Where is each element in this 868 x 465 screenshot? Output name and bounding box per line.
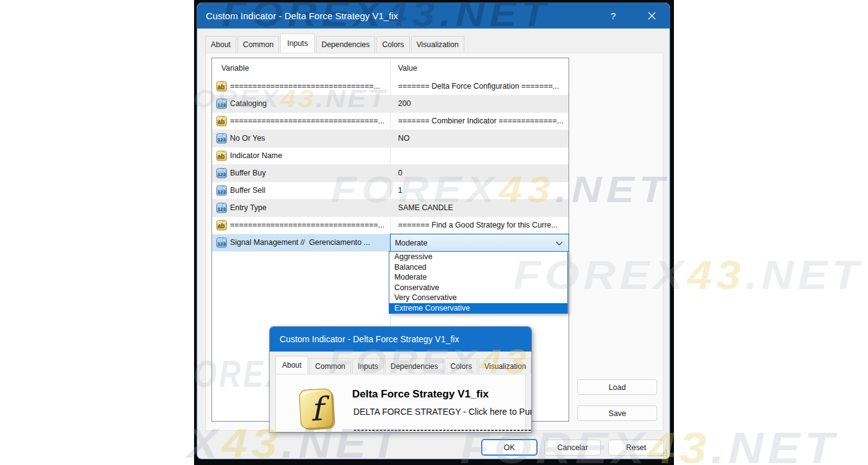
reset-button[interactable]: Reset [608, 440, 664, 456]
variable-value[interactable]: 0 [398, 165, 567, 182]
signal-management-combobox[interactable]: Moderate [390, 234, 569, 252]
table-row[interactable]: Cataloging200 [212, 95, 569, 113]
help-icon: ? [611, 11, 616, 21]
string-type-icon [216, 116, 227, 126]
help-button[interactable]: ? [600, 3, 626, 29]
chevron-down-icon [556, 241, 563, 246]
about-divider: ----------------------------------------… [353, 424, 531, 432]
variable-value[interactable]: NO [398, 130, 567, 147]
combobox-value: Moderate [391, 239, 427, 247]
table-row[interactable]: Buffer Sell1 [212, 182, 569, 200]
dropdown-option[interactable]: Extreme Conservative [389, 303, 567, 314]
ok-button[interactable]: OK [481, 439, 538, 456]
dropdown-option[interactable]: Moderate [389, 272, 567, 283]
dropdown-option[interactable]: Aggressive [389, 252, 567, 262]
variable-name: =================================... [230, 113, 388, 130]
resize-grip-icon[interactable] [660, 449, 668, 457]
about-tab-dependencies[interactable]: Dependencies [385, 358, 444, 374]
close-icon [648, 12, 656, 20]
variable-name: Entry Type [230, 200, 388, 216]
indicator-f-icon: f [298, 386, 337, 432]
variable-value[interactable]: ======= Find a Good Strategy for this Cu… [398, 217, 567, 234]
tab-strip: AboutCommonInputsDependenciesColorsVisua… [205, 33, 466, 53]
dropdown-option[interactable]: Balanced [389, 262, 567, 273]
variable-value[interactable]: 1 [398, 182, 567, 199]
close-button[interactable] [639, 3, 665, 29]
about-tab-colors[interactable]: Colors [445, 358, 477, 374]
variable-name: Buffer Sell [230, 182, 388, 199]
tab-about[interactable]: About [205, 36, 236, 53]
table-row[interactable]: =================================...====… [212, 217, 569, 234]
cancel-button[interactable]: Cancelar [544, 440, 601, 456]
number-type-icon [216, 168, 227, 179]
variable-name: Indicator Name [230, 148, 388, 164]
number-type-icon [216, 99, 227, 109]
title-bar[interactable]: FOREX43.NET Custom Indicator - Delta For… [197, 3, 670, 29]
variable-value[interactable]: ======= Combiner Indicator =============… [398, 113, 567, 130]
number-type-icon [216, 133, 227, 144]
about-dialog: Custom Indicator - Delta Force Strategy … [270, 327, 531, 432]
string-type-icon [216, 81, 227, 92]
dialog-title: Custom Indicator - Delta Force Strategy … [206, 3, 398, 29]
save-button[interactable]: Save [577, 405, 657, 421]
variable-value[interactable]: SAME CANDLE [398, 200, 567, 216]
about-tab-inputs[interactable]: Inputs [352, 358, 384, 374]
page: FOREX43.NET Custom Indicator - Delta For… [0, 0, 868, 465]
variable-name: No Or Yes [230, 130, 388, 147]
dropdown-option[interactable]: Very Conservative [389, 293, 567, 303]
tab-common[interactable]: Common [237, 36, 279, 53]
tab-visualization[interactable]: Visualization [411, 36, 464, 53]
about-tab-about[interactable]: About [275, 356, 308, 374]
about-tab-common[interactable]: Common [309, 358, 351, 374]
variable-value[interactable]: 200 [398, 95, 567, 112]
table-row[interactable]: Entry TypeSAME CANDLE [212, 200, 569, 217]
about-dialog-title: Custom Indicator - Delta Force Strategy … [280, 327, 459, 352]
column-header-variable: Variable [221, 58, 249, 78]
about-title-bar[interactable]: Custom Indicator - Delta Force Strategy … [270, 327, 531, 352]
tab-colors[interactable]: Colors [376, 36, 409, 53]
table-row[interactable]: Buffer Buy0 [212, 165, 569, 182]
column-header-value: Value [398, 58, 417, 78]
number-type-icon [216, 185, 227, 196]
about-tab-strip: AboutCommonInputsDependenciesColorsVisua… [275, 356, 531, 374]
variable-name: ================================... [230, 78, 388, 95]
dropdown-option[interactable]: Conservative [389, 283, 567, 293]
table-row[interactable]: =================================...====… [212, 113, 569, 130]
signal-management-dropdown-list: AggressiveBalancedModerateConservativeVe… [389, 251, 568, 314]
variable-name: Cataloging [230, 95, 388, 112]
number-type-icon [216, 237, 227, 248]
variable-value[interactable]: ======= Delta Force Configuration ======… [398, 78, 567, 95]
table-row[interactable]: ================================...=====… [212, 78, 569, 95]
tab-inputs[interactable]: Inputs [280, 33, 314, 53]
about-product-name: Delta Force Strategy V1_fix [352, 388, 489, 401]
table-row[interactable]: Indicator Name [212, 148, 569, 165]
string-type-icon [216, 151, 227, 161]
number-type-icon [216, 203, 227, 213]
table-row[interactable]: Signal Management // Gerenciamento ...Mo… [212, 234, 569, 252]
about-description-link[interactable]: DELTA FORCE STRATEGY - Click here to Pur… [353, 407, 531, 417]
variable-name: Signal Management // Gerenciamento ... [230, 234, 388, 251]
string-type-icon [216, 220, 227, 231]
tab-dependencies[interactable]: Dependencies [316, 36, 376, 53]
table-row[interactable]: No Or YesNO [212, 130, 569, 148]
load-button[interactable]: Load [577, 379, 657, 395]
table-header: Variable Value [212, 58, 569, 78]
variable-name: Buffer Buy [230, 165, 388, 182]
variable-name: =================================... [230, 217, 388, 234]
about-tab-visualization[interactable]: Visualization [479, 358, 531, 374]
